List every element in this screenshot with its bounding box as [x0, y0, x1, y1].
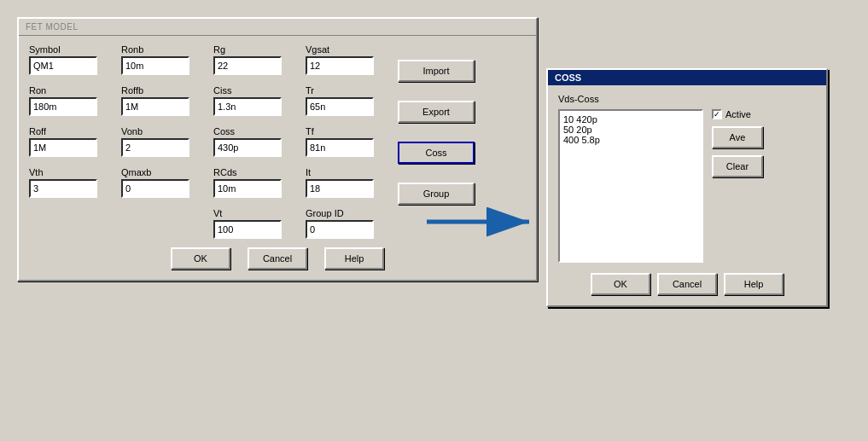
field-roffb: Roffb [121, 85, 207, 123]
label-symbol: Symbol [29, 44, 114, 55]
input-qmaxb[interactable] [121, 179, 189, 198]
label-rcds: RCds [213, 167, 299, 177]
ave-button[interactable]: Ave [712, 126, 763, 148]
field-roff: Roff [29, 126, 114, 164]
active-row: ✓ Active [712, 109, 751, 119]
clear-button[interactable]: Clear [712, 155, 763, 177]
field-groupid: Group ID [306, 208, 391, 239]
field-ronb: Ronb [121, 44, 207, 82]
active-checkbox[interactable]: ✓ [712, 109, 722, 119]
label-vth: Vth [29, 167, 114, 177]
field-rcds: RCds [213, 167, 299, 205]
label-roffb: Roffb [121, 85, 207, 96]
fet-ok-button[interactable]: OK [171, 247, 230, 270]
input-vt[interactable] [213, 220, 282, 239]
label-ron: Ron [29, 85, 114, 96]
input-vth[interactable] [29, 179, 97, 198]
input-ron[interactable] [29, 97, 97, 116]
field-vgsat: Vgsat [306, 44, 391, 82]
field-ciss: Ciss [213, 85, 299, 123]
label-vonb: Vonb [121, 126, 207, 136]
coss-ok-button[interactable]: OK [591, 273, 650, 295]
fet-dialog-title: FET MODEL [19, 19, 536, 36]
field-qmaxb: Qmaxb [121, 167, 207, 205]
field-vonb: Vonb [121, 126, 207, 164]
field-vth: Vth [29, 167, 114, 205]
label-ronb: Ronb [121, 44, 207, 55]
coss-help-button[interactable]: Help [724, 273, 784, 295]
fet-help-button[interactable]: Help [324, 247, 384, 270]
input-it[interactable] [306, 179, 374, 198]
input-tr[interactable] [306, 97, 374, 116]
coss-button[interactable]: Coss [398, 142, 475, 164]
label-tr: Tr [306, 85, 391, 96]
input-roff[interactable] [29, 138, 97, 157]
input-symbol[interactable] [29, 56, 97, 75]
label-ciss: Ciss [213, 85, 299, 96]
coss-data-textarea[interactable]: 10 420p 50 20p 400 5.8p [558, 109, 703, 263]
coss-dialog-title: COSS [548, 70, 826, 85]
label-tf: Tf [306, 126, 391, 136]
coss-dialog: COSS Vds-Coss 10 420p 50 20p 400 5.8p ✓ … [546, 68, 828, 307]
label-coss: Coss [213, 126, 299, 136]
field-ron: Ron [29, 85, 114, 123]
arrow-indicator [418, 196, 538, 239]
import-button[interactable]: Import [398, 60, 475, 82]
active-label: Active [725, 109, 751, 119]
label-roff: Roff [29, 126, 114, 136]
label-rg: Rg [213, 44, 299, 55]
input-roffb[interactable] [121, 97, 189, 116]
label-it: It [306, 167, 391, 177]
field-vt: Vt [213, 208, 299, 239]
input-ronb[interactable] [121, 56, 189, 75]
input-ciss[interactable] [213, 97, 282, 116]
label-groupid: Group ID [306, 208, 391, 218]
label-qmaxb: Qmaxb [121, 167, 207, 177]
export-button[interactable]: Export [398, 101, 475, 123]
field-rg: Rg [213, 44, 299, 82]
coss-subtitle: Vds-Coss [558, 94, 816, 104]
field-coss: Coss [213, 126, 299, 164]
label-vgsat: Vgsat [306, 44, 391, 55]
input-vgsat[interactable] [306, 56, 374, 75]
coss-cancel-button[interactable]: Cancel [657, 273, 717, 295]
input-tf[interactable] [306, 138, 374, 157]
field-tf: Tf [306, 126, 391, 164]
input-rg[interactable] [213, 56, 282, 75]
input-coss[interactable] [213, 138, 282, 157]
field-it: It [306, 167, 391, 205]
input-rcds[interactable] [213, 179, 282, 198]
input-vonb[interactable] [121, 138, 189, 157]
field-symbol: Symbol [29, 44, 114, 82]
field-tr: Tr [306, 85, 391, 123]
fet-cancel-button[interactable]: Cancel [248, 247, 307, 270]
label-vt: Vt [213, 208, 299, 218]
input-groupid[interactable] [306, 220, 374, 239]
